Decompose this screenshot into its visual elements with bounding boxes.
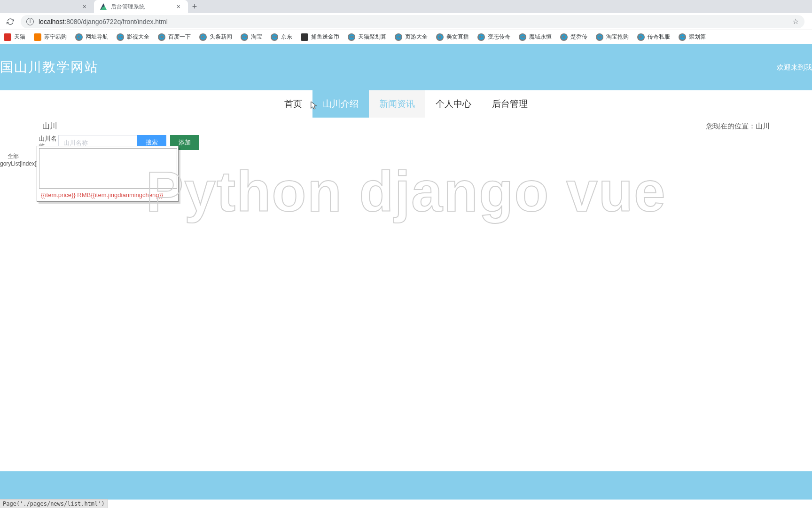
bookmarks-bar: 天猫 苏宁易购 🌐网址导航 🌐影视大全 🌐百度一下 🌐头条新闻 🌐淘宝 🌐京东 … [0,30,812,44]
close-icon[interactable]: × [81,3,88,10]
bookmark-item[interactable]: 🌐百度一下 [158,33,191,41]
bookmark-item[interactable]: 🌐美女直播 [436,33,469,41]
bookmark-item[interactable]: 🌐京东 [271,33,292,41]
item-card[interactable]: {{item.price}} RMB{{item.jingdianmingche… [37,146,179,202]
bookmark-item[interactable]: 🌐网址导航 [75,33,108,41]
globe-icon: 🌐 [241,33,248,41]
footer-bar [0,471,812,500]
item-image-placeholder [39,148,177,189]
globe-icon: 🌐 [158,33,165,41]
vue-favicon-icon [100,3,107,10]
url-host: localhost [39,18,64,25]
welcome-text: 欢迎来到我 [777,63,812,72]
globe-icon: 🌐 [395,33,402,41]
bookmark-item[interactable]: 捕鱼送金币 [301,33,339,41]
nav-intro[interactable]: 山川介绍 [312,90,369,118]
bookmark-item[interactable]: 🌐魔域永恒 [519,33,552,41]
item-price-template: {{item.price}} RMB{{item.jingdianmingche… [38,190,177,200]
site-title: 国山川教学网站 [0,58,99,76]
globe-icon: 🌐 [637,33,645,41]
tab-title: 后台管理系统 [111,3,145,11]
bookmark-item[interactable]: 🌐淘宝抢购 [596,33,629,41]
globe-icon: 🌐 [75,33,83,41]
bookmark-item[interactable]: 苏宁易购 [34,33,67,41]
site-info-icon[interactable]: i [26,18,34,25]
browser-tab-1[interactable]: × [0,0,94,13]
bookmark-item[interactable]: 🌐头条新闻 [199,33,232,41]
page-heading: 山川 [42,121,57,131]
bookmark-item[interactable]: 🌐聚划算 [679,33,706,41]
globe-icon: 🌐 [519,33,526,41]
bookmark-item[interactable]: 🌐淘宝 [241,33,262,41]
bookmark-icon [34,33,41,41]
nav-home[interactable]: 首页 [274,90,312,118]
close-icon[interactable]: × [175,3,182,10]
bookmark-item[interactable]: 🌐页游大全 [395,33,428,41]
globe-icon: 🌐 [348,33,355,41]
nav-menu: 首页 山川介绍 新闻资讯 个人中心 后台管理 [0,90,812,118]
bookmark-item[interactable]: 🌐影视大全 [117,33,149,41]
watermark-text: Python django vue [146,159,666,224]
bookmark-item[interactable]: 🌐天猫聚划算 [348,33,386,41]
new-tab-button[interactable]: + [188,0,201,13]
nav-news[interactable]: 新闻资讯 [369,90,425,118]
bookmark-star-icon[interactable]: ☆ [792,17,799,26]
bookmark-icon [301,33,308,41]
address-bar-row: i localhost:8080/django6722q/front/index… [0,13,812,30]
content-area: 山川 您现在的位置：山川 山川名称 搜索 添加 全部 goryList[inde… [0,118,812,167]
bookmark-item[interactable]: 🌐传奇私服 [637,33,670,41]
nav-user-center[interactable]: 个人中心 [425,90,482,118]
bookmark-item[interactable]: 天猫 [4,33,25,41]
globe-icon: 🌐 [560,33,568,41]
site-header: 国山川教学网站 欢迎来到我 [0,44,812,90]
globe-icon: 🌐 [436,33,444,41]
bookmark-item[interactable]: 🌐楚乔传 [560,33,587,41]
browser-tabs: × 后台管理系统 × + [0,0,812,13]
globe-icon: 🌐 [117,33,124,41]
globe-icon: 🌐 [271,33,278,41]
url-port: :8080 [64,18,81,25]
browser-tab-2[interactable]: 后台管理系统 × [94,0,188,13]
reload-button[interactable] [4,15,17,28]
nav-admin[interactable]: 后台管理 [482,90,538,118]
bookmark-icon [4,33,11,41]
globe-icon: 🌐 [199,33,207,41]
status-bar: Page('./pages/news/list.html') [0,499,108,508]
globe-icon: 🌐 [596,33,603,41]
globe-icon: 🌐 [477,33,485,41]
globe-icon: 🌐 [679,33,686,41]
breadcrumb-location: 您现在的位置：山川 [706,122,770,131]
bookmark-item[interactable]: 🌐变态传奇 [477,33,510,41]
breadcrumb: 山川 您现在的位置：山川 [0,121,812,135]
url-path: /django6722q/front/index.html [81,18,167,25]
address-bar[interactable]: i localhost:8080/django6722q/front/index… [21,15,804,28]
category-all[interactable]: 全部 [0,153,19,160]
